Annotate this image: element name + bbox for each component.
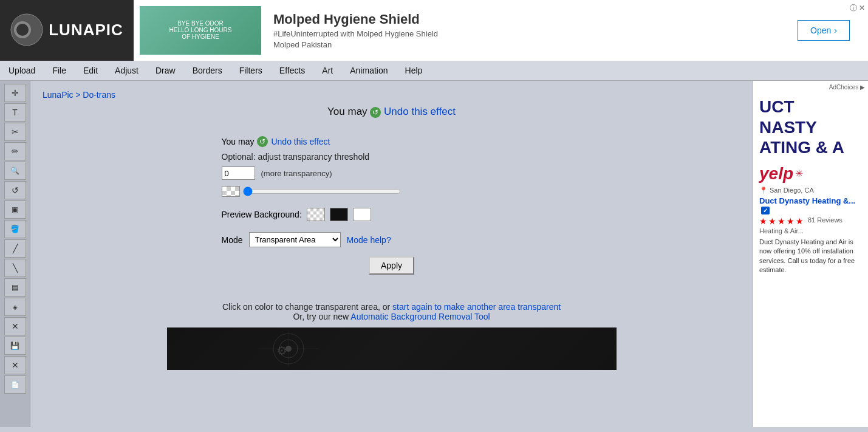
rotate-tool[interactable]: ↺ [4, 181, 26, 199]
menu-borders[interactable]: Borders [184, 61, 231, 80]
bottom-text1: Click on color to change transparent are… [222, 302, 390, 312]
sidebar: ✛ T ✂ ✏ 🔍 ↺ ▣ 🪣 ╱ ╲ ▤ ◈ ✕ 💾 ✕ 📄 [0, 81, 30, 427]
crop-tool[interactable]: ▣ [4, 201, 26, 219]
text-tool[interactable]: T [4, 103, 26, 122]
effect-panel: You may ↺ Undo this effect Optional: adj… [210, 127, 574, 284]
menu-upload[interactable]: Upload [0, 61, 44, 80]
undo-line-text: You may [222, 137, 255, 146]
yelp-stars: ★ ★ ★ ★ ★ 81 Reviews [759, 216, 862, 226]
menu-edit[interactable]: Edit [75, 61, 106, 80]
main-layout: ✛ T ✂ ✏ 🔍 ↺ ▣ 🪣 ╱ ╲ ▤ ◈ ✕ 💾 ✕ 📄 LunaPic … [0, 81, 868, 427]
bottom-link1[interactable]: start again to make another area transpa… [392, 302, 561, 312]
breadcrumb: LunaPic > Do-trans [43, 90, 740, 100]
threshold-row: (more transparency) [222, 166, 562, 180]
yelp-logo: yelp ✳ [759, 164, 862, 183]
threshold-slider[interactable] [243, 187, 401, 196]
ad-open-button[interactable]: Open › [798, 20, 850, 41]
pen-tool[interactable]: ╲ [4, 259, 26, 277]
verified-badge: ✓ [761, 207, 770, 214]
menu-adjust[interactable]: Adjust [106, 61, 147, 80]
svg-text:⚙: ⚙ [276, 344, 287, 357]
right-ad-line3: ATING & A [759, 137, 862, 158]
undo-icon-header: ↺ [370, 107, 381, 118]
svg-point-2 [16, 24, 29, 36]
review-count: 81 Reviews [808, 216, 842, 226]
apply-button[interactable]: Apply [369, 256, 414, 275]
ad-banner: LUNAPIC ⓘ ✕ BYE BYE ODORHELLO LONG HOURS… [0, 0, 868, 61]
yelp-text: yelp [759, 164, 793, 183]
save-tool[interactable]: 💾 [4, 337, 26, 355]
eraser-tool[interactable]: ✕ [4, 317, 26, 335]
yelp-burst-icon: ✳ [795, 168, 803, 179]
page-tool[interactable]: 📄 [4, 375, 26, 394]
close-tool[interactable]: ✕ [4, 356, 26, 374]
right-ad-big-text: UCT NASTY ATING & A [759, 97, 862, 158]
logo-text: LUNAPIC [49, 21, 123, 39]
right-ad-panel: AdChoices ▶ UCT NASTY ATING & A yelp ✳ 📍… [753, 81, 868, 427]
move-tool[interactable]: ✛ [4, 84, 26, 102]
menu-filters[interactable]: Filters [231, 61, 271, 80]
logo-area: LUNAPIC [0, 0, 134, 61]
bottom-text2: Or, try our new [293, 312, 349, 321]
menu-file[interactable]: File [44, 61, 75, 80]
right-ad-line2: NASTY [759, 117, 862, 138]
bottom-link2[interactable]: Automatic Background Removal Tool [350, 312, 490, 321]
mode-select[interactable]: Transparent Area Transparent Outside Tra… [249, 232, 341, 247]
brush-tool[interactable]: ✏ [4, 142, 26, 160]
star-1: ★ [759, 216, 767, 226]
undo-link[interactable]: Undo this effect [271, 137, 330, 146]
zoom-tool[interactable]: 🔍 [4, 162, 26, 180]
menu-draw[interactable]: Draw [147, 61, 184, 80]
undo-icon-inline: ↺ [257, 136, 268, 147]
bg-swatch-white[interactable] [353, 208, 371, 221]
ad-close-button[interactable]: ⓘ ✕ [850, 3, 865, 13]
biz-name-text: Duct Dynasty Heating &... [759, 196, 855, 205]
cut-tool[interactable]: ✂ [4, 123, 26, 141]
mode-row: Mode Transparent Area Transparent Outsid… [222, 232, 562, 247]
eyedropper-tool[interactable]: ╱ [4, 239, 26, 258]
optional-text: Optional: adjust transparancy threshold [222, 152, 562, 162]
menu-animation[interactable]: Animation [341, 61, 396, 80]
yelp-category: Heating & Air... [759, 227, 862, 235]
mode-label: Mode [222, 235, 243, 245]
right-ad-content: UCT NASTY ATING & A yelp ✳ 📍 San Diego, … [756, 94, 865, 278]
undo-header-link[interactable]: Undo this effect [384, 106, 456, 117]
menu-help[interactable]: Help [397, 61, 431, 80]
breadcrumb-home[interactable]: LunaPic [43, 90, 73, 100]
threshold-label: (more transparency) [261, 169, 332, 178]
threshold-input[interactable] [222, 166, 255, 180]
bg-swatch-checker[interactable] [307, 208, 325, 221]
bottom-info: Click on color to change transparent are… [222, 302, 561, 321]
slider-row [222, 186, 562, 197]
fill-tool[interactable]: 🪣 [4, 220, 26, 238]
bg-swatch-black[interactable] [330, 208, 348, 221]
breadcrumb-separator: > [75, 90, 83, 100]
ad-image: BYE BYE ODORHELLO LONG HOURSOF HYGIENE [140, 6, 261, 55]
yelp-biz-name[interactable]: Duct Dynasty Heating &... ✓ [759, 196, 862, 214]
logo-icon [10, 13, 44, 47]
undo-header-text: You may [327, 106, 370, 117]
preview-bg-label: Preview Background: [222, 210, 302, 219]
image-preview: ⚙ [167, 327, 617, 370]
breadcrumb-current[interactable]: Do-trans [83, 90, 115, 100]
menu-effects[interactable]: Effects [271, 61, 314, 80]
mode-help-link[interactable]: Mode help? [347, 235, 391, 245]
preview-svg: ⚙ [167, 327, 617, 370]
content-area: LunaPic > Do-trans You may ↺ Undo this e… [30, 81, 753, 427]
menubar: Upload File Edit Adjust Draw Borders Fil… [0, 61, 868, 81]
menu-art[interactable]: Art [313, 61, 341, 80]
star-5: ★ [796, 216, 804, 226]
layers-tool[interactable]: ▤ [4, 278, 26, 297]
ad-brand: Molped Pakistan [273, 40, 438, 49]
star-2: ★ [768, 216, 776, 226]
right-ad-line1: UCT [759, 97, 862, 117]
stamp-tool[interactable]: ◈ [4, 298, 26, 316]
preview-bg-row: Preview Background: [222, 208, 562, 221]
ad-title: Molped Hygiene Shield [273, 12, 438, 27]
star-4: ★ [787, 216, 795, 226]
yelp-description: Duct Dynasty Heating and Air is now offe… [759, 238, 862, 275]
slider-left-color [222, 186, 240, 197]
apply-container: Apply [222, 256, 562, 275]
undo-header: You may ↺ Undo this effect [327, 106, 456, 118]
location-pin-icon: 📍 [759, 187, 768, 194]
